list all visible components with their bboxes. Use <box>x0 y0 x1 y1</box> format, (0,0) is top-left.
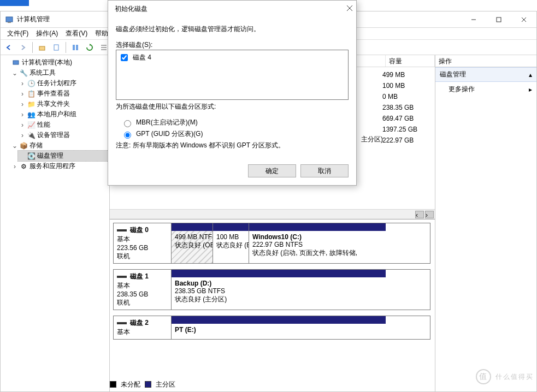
gpt-radio-row[interactable]: GPT (GUID 分区表)(G) <box>121 129 349 139</box>
nav-back-button[interactable] <box>3 41 15 54</box>
actions-more-label: 更多操作 <box>449 85 475 94</box>
watermark-text: 什么值得买 <box>495 372 534 382</box>
menu-view[interactable]: 查看(V) <box>62 28 91 39</box>
collapse-icon[interactable]: ⌄ <box>12 69 17 77</box>
minimize-button[interactable] <box>461 11 486 28</box>
nav-fwd-button[interactable] <box>17 41 29 54</box>
partition[interactable]: PT (E:) <box>172 316 386 339</box>
disk-row[interactable]: 磁盘 0基本223.56 GB联机499 MB NTFS状态良好 (OEM100… <box>113 223 430 264</box>
maximize-button[interactable] <box>486 11 511 28</box>
cancel-button[interactable]: 取消 <box>300 164 349 177</box>
menu-file[interactable]: 文件(F) <box>4 28 32 39</box>
partition[interactable]: Windows10 (C:)222.97 GB NTFS状态良好 (启动, 页面… <box>249 223 386 263</box>
actions-more[interactable]: 更多操作 ▸ <box>435 82 536 97</box>
chevron-up-icon: ▴ <box>529 71 532 79</box>
horizontal-scrollbar[interactable]: ‹ › <box>110 209 435 219</box>
scroll-right-button[interactable]: › <box>425 211 434 218</box>
partition[interactable]: Backup (D:)238.35 GB NTFS状态良好 (主分区) <box>172 270 386 310</box>
legend: 未分配 主分区 <box>110 379 175 389</box>
expand-icon[interactable]: › <box>20 100 25 108</box>
svg-rect-3 <box>497 17 501 22</box>
capacity-value: 100 MB <box>382 80 432 91</box>
svg-rect-1 <box>8 22 11 23</box>
tree-item-icon: 📋 <box>27 90 36 98</box>
actions-section[interactable]: 磁盘管理 ▴ <box>435 67 536 82</box>
tree-root[interactable]: 计算机管理(本地) <box>22 58 72 67</box>
expand-icon[interactable]: › <box>20 80 25 87</box>
tree-diskmgmt[interactable]: 磁盘管理 <box>37 151 63 161</box>
scroll-left-button[interactable]: ‹ <box>415 211 424 218</box>
partition[interactable]: 100 MB状态良好 (E <box>213 223 249 263</box>
capacity-value: 222.97 GB <box>382 135 432 146</box>
partition[interactable]: 499 MB NTFS状态良好 (OEM <box>172 223 213 263</box>
storage-icon: 📦 <box>19 141 28 150</box>
tree-item[interactable]: 本地用户和组 <box>37 110 76 119</box>
chevron-right-icon: ▸ <box>529 86 532 93</box>
properties-button[interactable] <box>50 41 62 54</box>
tools-icon: 🔧 <box>19 69 28 78</box>
expand-icon[interactable]: › <box>20 132 25 139</box>
refresh-button[interactable] <box>84 41 96 54</box>
legend-swatch-unallocated <box>110 381 116 388</box>
mbr-radio-row[interactable]: MBR(主启动记录)(M) <box>121 118 349 127</box>
svg-rect-16 <box>13 61 19 64</box>
tree-item[interactable]: 任务计划程序 <box>37 79 76 88</box>
disk-icon: 💽 <box>27 152 36 161</box>
tree-systools[interactable]: 系统工具 <box>29 68 56 78</box>
window-title: 计算机管理 <box>17 15 50 24</box>
col-capacity[interactable]: 容量 <box>386 55 435 67</box>
dialog-close-button[interactable] <box>346 5 353 13</box>
legend-unalloc: 未分配 <box>121 380 140 389</box>
gpt-radio[interactable] <box>124 132 131 139</box>
close-button[interactable] <box>511 11 536 28</box>
actions-header: 操作 <box>435 55 536 67</box>
capacity-value: 1397.25 GB <box>382 124 432 135</box>
dialog-title: 初始化磁盘 <box>115 4 147 14</box>
expand-icon[interactable]: › <box>20 90 25 98</box>
initialize-disk-dialog: 初始化磁盘 磁盘必须经过初始化，逻辑磁盘管理器才能访问。 选择磁盘(S): 磁盘… <box>108 0 357 186</box>
collapse-icon[interactable]: ⌄ <box>12 142 17 150</box>
menu-action[interactable]: 操作(A) <box>33 28 61 39</box>
disk-info: 磁盘 0基本223.56 GB联机 <box>114 223 172 263</box>
disk4-checkbox[interactable] <box>121 54 128 61</box>
dialog-select-label: 选择磁盘(S): <box>116 40 349 50</box>
ok-button[interactable]: 确定 <box>248 164 296 177</box>
disk-select-listbox[interactable]: 磁盘 4 <box>116 50 349 100</box>
svg-rect-7 <box>54 45 58 50</box>
expand-icon[interactable]: › <box>20 111 25 118</box>
tree-item[interactable]: 性能 <box>37 120 50 129</box>
expand-icon[interactable]: › <box>12 163 17 170</box>
tree-item[interactable]: 事件查看器 <box>37 89 70 98</box>
partition-style-label: 为所选磁盘使用以下磁盘分区形式: <box>116 102 349 111</box>
mbr-label: MBR(主启动记录)(M) <box>136 118 198 127</box>
disk4-checkbox-row[interactable]: 磁盘 4 <box>119 52 346 63</box>
dialog-note: 注意: 所有早期版本的 Windows 都不识别 GPT 分区形式。 <box>116 141 349 150</box>
tree-item-icon: 👥 <box>27 110 36 119</box>
tree-services[interactable]: 服务和应用程序 <box>29 162 75 171</box>
legend-primary: 主分区 <box>156 380 175 389</box>
mbr-radio[interactable] <box>124 120 131 127</box>
dialog-titlebar[interactable]: 初始化磁盘 <box>108 1 356 17</box>
expand-icon[interactable]: › <box>20 121 25 129</box>
disk-graphical-view[interactable]: 磁盘 0基本223.56 GB联机499 MB NTFS状态良好 (OEM100… <box>110 219 435 391</box>
svg-rect-9 <box>76 45 78 50</box>
disk4-label: 磁盘 4 <box>133 53 151 62</box>
services-icon: ⚙ <box>19 162 28 171</box>
capacity-value: 0 MB <box>382 91 432 102</box>
svg-rect-8 <box>73 45 75 50</box>
capacity-value: 669.47 GB <box>382 113 432 124</box>
tree-item[interactable]: 设备管理器 <box>37 130 70 140</box>
volume-row-tail: 主分区) <box>361 135 383 144</box>
watermark-icon: 值 <box>476 369 491 384</box>
svg-rect-6 <box>39 46 45 50</box>
nav-tree[interactable]: 计算机管理(本地) ⌄🔧系统工具 ›🕒任务计划程序›📋事件查看器›📁共享文件夹›… <box>1 55 110 391</box>
tree-storage[interactable]: 存储 <box>29 141 43 150</box>
disk-row[interactable]: 磁盘 1基本238.35 GB联机Backup (D:)238.35 GB NT… <box>113 269 430 310</box>
view1-button[interactable] <box>69 41 81 54</box>
up-level-button[interactable] <box>36 41 48 54</box>
disk-row[interactable]: 磁盘 2基本PT (E:) <box>113 316 430 340</box>
gpt-label: GPT (GUID 分区表)(G) <box>136 129 203 139</box>
legend-swatch-primary <box>145 381 151 388</box>
tree-item[interactable]: 共享文件夹 <box>37 99 70 109</box>
tree-item-icon: 📁 <box>27 100 36 109</box>
